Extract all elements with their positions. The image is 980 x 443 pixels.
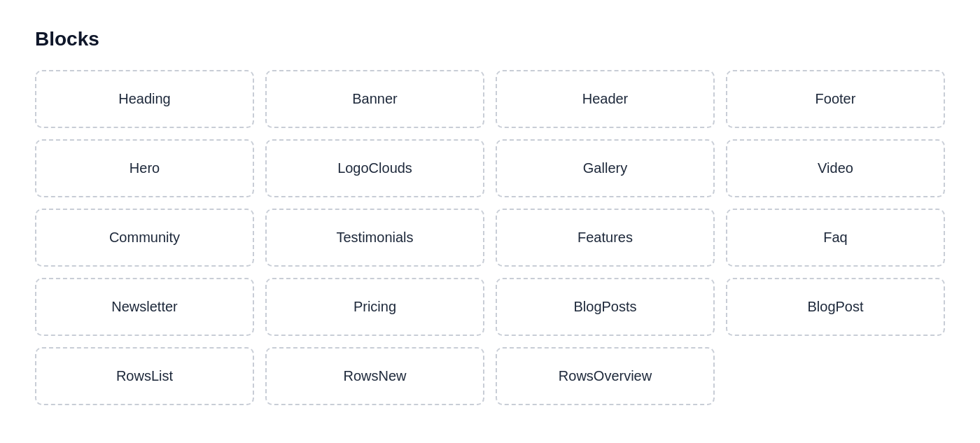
block-item[interactable]: Footer xyxy=(726,70,945,128)
blocks-grid: HeadingBannerHeaderFooterHeroLogoCloudsG… xyxy=(35,70,945,405)
block-label: Header xyxy=(582,91,629,107)
block-item[interactable]: Heading xyxy=(35,70,254,128)
block-label: Heading xyxy=(118,91,171,107)
block-label: Pricing xyxy=(354,299,396,315)
block-item[interactable]: Gallery xyxy=(496,139,715,197)
block-item[interactable]: RowsNew xyxy=(265,347,484,405)
page-title: Blocks xyxy=(35,28,945,50)
block-item[interactable]: Newsletter xyxy=(35,278,254,336)
block-label: Footer xyxy=(816,91,856,107)
block-item[interactable]: Hero xyxy=(35,139,254,197)
block-item[interactable]: Community xyxy=(35,209,254,267)
block-item[interactable]: Faq xyxy=(726,209,945,267)
block-label: Testimonials xyxy=(336,230,413,246)
block-label: Hero xyxy=(130,160,160,176)
block-item[interactable]: Testimonials xyxy=(265,209,484,267)
block-label: LogoClouds xyxy=(337,160,412,176)
block-item[interactable]: BlogPosts xyxy=(496,278,715,336)
block-item[interactable]: RowsOverview xyxy=(496,347,715,405)
block-label: Banner xyxy=(352,91,398,107)
block-item[interactable]: Pricing xyxy=(265,278,484,336)
block-item[interactable]: Features xyxy=(496,209,715,267)
block-label: Gallery xyxy=(583,160,627,176)
block-item[interactable]: BlogPost xyxy=(726,278,945,336)
block-label: RowsList xyxy=(116,368,173,384)
block-label: Features xyxy=(578,230,633,246)
block-label: RowsNew xyxy=(343,368,406,384)
block-label: BlogPosts xyxy=(573,299,636,315)
block-label: Video xyxy=(818,160,853,176)
block-label: Community xyxy=(109,230,180,246)
block-label: BlogPost xyxy=(807,299,863,315)
block-item[interactable]: LogoClouds xyxy=(265,139,484,197)
block-label: Newsletter xyxy=(111,299,177,315)
block-label: RowsOverview xyxy=(559,368,652,384)
block-item[interactable]: Header xyxy=(496,70,715,128)
block-label: Faq xyxy=(823,230,847,246)
block-item[interactable]: Banner xyxy=(265,70,484,128)
block-item[interactable]: RowsList xyxy=(35,347,254,405)
block-item[interactable]: Video xyxy=(726,139,945,197)
